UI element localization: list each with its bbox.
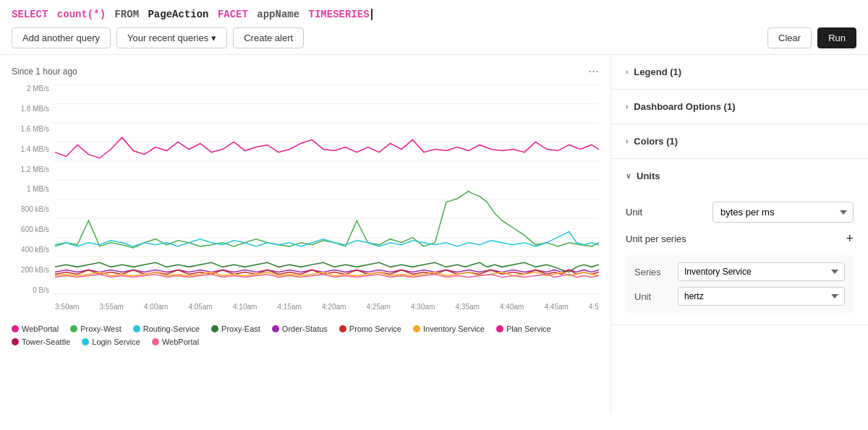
recent-queries-button[interactable]: Your recent queries ▾ (116, 27, 227, 48)
legend-dot (272, 325, 279, 332)
series-select[interactable]: Inventory Service WebPortal Proxy-West R… (678, 262, 845, 281)
list-item: Inventory Service (413, 324, 485, 333)
legend-dot (152, 338, 159, 345)
right-panel: › Legend (1) › Dashboard Options (1) › C… (611, 55, 868, 413)
legend-dot (12, 338, 19, 345)
dashboard-options-header[interactable]: › Dashboard Options (1) (611, 90, 868, 124)
legend-dot (70, 325, 77, 332)
colors-section: › Colors (1) (611, 124, 868, 159)
dashboard-options-section: › Dashboard Options (1) (611, 90, 868, 124)
more-options-button[interactable]: ··· (588, 64, 599, 79)
add-query-button[interactable]: Add another query (12, 27, 111, 48)
query-line: SELECT count(*) FROM PageAction FACET ap… (12, 9, 856, 20)
series-field-row: Series Inventory Service WebPortal Proxy… (634, 262, 845, 281)
y-axis: 2 MB/s 1.8 MB/s 1.6 MB/s 1.4 MB/s 1.2 MB… (12, 85, 55, 294)
list-item: Plan Service (496, 324, 551, 333)
series-unit-label: Unit (634, 291, 678, 302)
unit-label: Unit (626, 207, 712, 218)
units-section: ∨ Units Unit bytes per ms bytes per seco… (611, 159, 868, 325)
query-timeseries: TIMESERIES (309, 9, 370, 20)
list-item: Routing-Service (133, 324, 200, 333)
list-item: WebPortal (152, 337, 199, 346)
unit-select[interactable]: bytes per ms bytes per second hertz requ… (712, 202, 854, 223)
add-series-button[interactable]: + (846, 231, 854, 246)
toolbar: Add another query Your recent queries ▾ … (12, 27, 856, 48)
chart-svg (55, 85, 599, 294)
series-unit-field-row: Unit hertz bytes per ms bytes per second… (634, 287, 845, 306)
clear-button[interactable]: Clear (767, 27, 812, 48)
chart-header: Since 1 hour ago ··· (12, 64, 599, 79)
legend-dot (496, 325, 503, 332)
chart-area: Since 1 hour ago ··· 2 MB/s 1.8 MB/s 1.6… (0, 55, 611, 413)
colors-label: Colors (1) (634, 136, 678, 147)
since-label: Since 1 hour ago (12, 66, 77, 77)
chevron-right-icon: › (626, 137, 628, 145)
run-button[interactable]: Run (817, 27, 856, 48)
dashboard-options-label: Dashboard Options (1) (634, 101, 735, 112)
cursor (371, 9, 373, 20)
series-label: Series (634, 267, 678, 278)
units-body: Unit bytes per ms bytes per second hertz… (611, 193, 868, 324)
query-select: SELECT (12, 9, 48, 20)
chart-container: 2 MB/s 1.8 MB/s 1.6 MB/s 1.4 MB/s 1.2 MB… (12, 85, 599, 316)
legend-dot (133, 325, 140, 332)
legend-dot (413, 325, 420, 332)
list-item: Proxy-East (211, 324, 260, 333)
x-axis: 3:50am 3:55am 4:00am 4:05am 4:10am 4:15a… (55, 298, 599, 316)
create-alert-button[interactable]: Create alert (233, 27, 304, 48)
chevron-right-icon: › (626, 68, 628, 76)
legend-label: Legend (1) (634, 66, 681, 77)
series-row: Series Inventory Service WebPortal Proxy… (626, 255, 854, 313)
legend-dot (211, 325, 218, 332)
list-item: Promo Service (339, 324, 401, 333)
colors-header[interactable]: › Colors (1) (611, 124, 868, 158)
chevron-down-icon: ∨ (626, 172, 631, 180)
list-item: Proxy-West (70, 324, 122, 333)
list-item: Tower-Seattle (12, 337, 70, 346)
query-appname: appName (257, 9, 299, 20)
toolbar-right: Clear Run (767, 27, 856, 48)
series-unit-select[interactable]: hertz bytes per ms bytes per second requ… (678, 287, 845, 306)
chevron-right-icon: › (626, 103, 628, 111)
legend-dot (82, 338, 89, 345)
chevron-down-icon: ▾ (211, 33, 216, 43)
list-item: Login Service (82, 337, 140, 346)
legend-dot (12, 325, 19, 332)
unit-per-series-label: Unit per series (626, 233, 686, 244)
legend-section: › Legend (1) (611, 55, 868, 90)
units-header[interactable]: ∨ Units (611, 159, 868, 193)
units-label: Units (637, 171, 660, 181)
legend-area: WebPortal Proxy-West Routing-Service Pro… (12, 322, 599, 346)
query-facet: FACET (218, 9, 248, 20)
legend-dot (339, 325, 346, 332)
list-item: WebPortal (12, 324, 59, 333)
unit-field-row: Unit bytes per ms bytes per second hertz… (626, 202, 854, 223)
unit-per-series-header: Unit per series + (626, 231, 854, 246)
query-table: PageAction (148, 9, 208, 20)
legend-header[interactable]: › Legend (1) (611, 55, 868, 89)
query-func: count(*) (57, 9, 106, 20)
main-content: Since 1 hour ago ··· 2 MB/s 1.8 MB/s 1.6… (0, 55, 868, 413)
top-bar: SELECT count(*) FROM PageAction FACET ap… (0, 0, 868, 55)
list-item: Order-Status (272, 324, 328, 333)
query-from: FROM (114, 9, 139, 20)
